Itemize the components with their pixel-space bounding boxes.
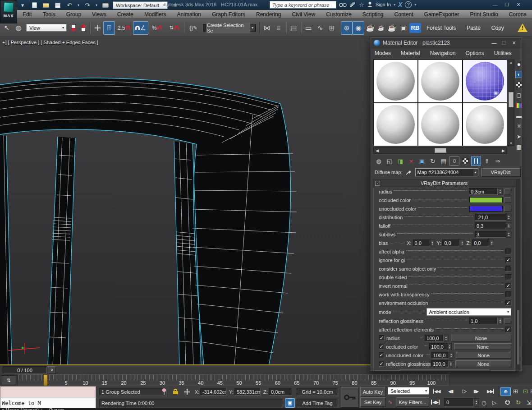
ignore-for-gi-checkbox[interactable] <box>505 257 511 263</box>
consider-same-object-checkbox[interactable] <box>505 266 511 272</box>
bias-x-field[interactable]: 0,0 <box>413 240 430 246</box>
render-setup-icon[interactable]: ⊕ <box>341 21 353 35</box>
spinner-snap-icon[interactable]: ⇅ <box>165 21 183 35</box>
material-id-channel-icon[interactable]: 0 <box>449 157 459 166</box>
menu-item-print-studio[interactable]: Print Studio <box>465 11 504 18</box>
reflection-map-slot-button[interactable]: None <box>455 360 511 367</box>
slots-horizontal-scrollbar[interactable]: ◀ ▶ <box>373 147 507 154</box>
mirror-icon[interactable]: ⋈ <box>261 21 273 35</box>
radius-spinner[interactable]: ▲▼ <box>498 188 503 195</box>
selection-lock-icon[interactable] <box>173 389 179 394</box>
reference-coordinate-combo[interactable]: View▾ <box>26 24 67 32</box>
radius-map-slot-button[interactable]: None <box>451 335 511 341</box>
menu-item-customize[interactable]: Customize <box>321 11 357 18</box>
unoccluded-map-amount[interactable]: 100,0 <box>431 352 449 359</box>
assign-material-to-selection-icon[interactable]: ◨ <box>395 157 405 166</box>
occluded-map-slot-button[interactable]: None <box>454 343 511 350</box>
current-frame-field[interactable]: 0 <box>444 398 474 406</box>
occluded-map-checkbox[interactable] <box>379 344 384 350</box>
menu-item-scripting[interactable]: Scripting <box>357 11 389 18</box>
radius-field[interactable]: 0,3cm <box>469 188 498 195</box>
sample-slot[interactable] <box>463 103 507 146</box>
bias-y-field[interactable]: 0,0 <box>442 240 459 246</box>
go-to-parent-icon[interactable]: ⇑ <box>482 157 492 166</box>
menu-item-group[interactable]: Group <box>61 11 87 18</box>
application-button[interactable]: MAX <box>0 0 17 23</box>
mini-curve-editor-button[interactable]: ⇅ <box>1 375 16 385</box>
z-coordinate-field[interactable]: 0,0cm <box>269 388 292 396</box>
menu-item-graph-editors[interactable]: Graph Editors <box>206 11 251 18</box>
default-in-out-tangents-icon[interactable]: ∿ <box>388 399 393 405</box>
zoom-extents-icon[interactable]: ⊡ <box>523 388 528 395</box>
me-menu-modes[interactable]: Modes <box>375 50 391 56</box>
menu-item-edit[interactable]: Edit <box>17 11 37 18</box>
menu-item-corona[interactable]: Corona <box>504 11 532 18</box>
scrollbar-thumb[interactable] <box>435 148 446 153</box>
close-button[interactable]: ✕ <box>513 1 524 8</box>
affect-alpha-checkbox[interactable] <box>505 249 511 254</box>
scroll-up-icon[interactable]: ▲ <box>509 60 513 65</box>
material-editor-icon[interactable]: ◉ <box>353 21 364 35</box>
make-preview-icon[interactable]: ▬ <box>515 112 522 120</box>
scroll-left-icon[interactable]: ◀ <box>374 148 381 153</box>
show-map-in-viewport-icon[interactable] <box>460 157 470 166</box>
bias-z-field[interactable]: 0,0 <box>472 240 489 246</box>
bias-z-spinner[interactable]: ▲▼ <box>489 240 494 246</box>
exclude-button[interactable]: Exclude <box>400 369 490 372</box>
scrollbar-thumb[interactable] <box>509 92 514 107</box>
sample-slot[interactable] <box>418 60 462 102</box>
percent-snap-icon[interactable]: % <box>148 21 165 35</box>
reflection-glossiness-spinner[interactable]: ▲▼ <box>498 318 503 324</box>
me-menu-material[interactable]: Material <box>401 50 420 56</box>
menu-item-rendering[interactable]: Rendering <box>251 11 286 18</box>
sample-slot[interactable] <box>374 103 417 146</box>
auto-key-button[interactable]: Auto Key <box>360 387 385 396</box>
angle-snap-icon[interactable]: ∠ <box>133 21 148 35</box>
signin-person-icon[interactable] <box>367 1 373 8</box>
named-selection-combo[interactable]: Create Selection Se▾ <box>203 24 256 32</box>
reflection-map-checkbox[interactable] <box>379 361 384 367</box>
render-teapot-icon[interactable]: ☕ <box>364 21 376 35</box>
menu-item-tools[interactable]: Tools <box>37 11 61 18</box>
work-with-transparency-checkbox[interactable] <box>505 291 511 297</box>
help-icon[interactable]: ? <box>405 1 412 8</box>
help-caret[interactable]: ▾ <box>414 3 416 7</box>
background-icon[interactable] <box>515 81 522 88</box>
zoom-all-icon[interactable]: ⊞ <box>513 388 518 395</box>
copy-button[interactable]: Copy <box>486 25 509 31</box>
bias-x-spinner[interactable]: ▲▼ <box>430 240 435 246</box>
set-keys-button[interactable] <box>341 387 359 408</box>
isolate-selection-icon[interactable]: ▣ <box>285 398 295 408</box>
get-material-icon[interactable]: ◍ <box>374 157 384 166</box>
radius-map-checkbox[interactable] <box>379 335 385 341</box>
occluded-color-map-button[interactable] <box>504 197 511 203</box>
rollout-scrollbar[interactable] <box>516 179 520 371</box>
set-key-button[interactable]: Set Key <box>360 397 385 407</box>
slots-vertical-scrollbar[interactable]: ▲ ▼ <box>508 60 514 146</box>
pick-material-eyedropper-icon[interactable] <box>405 169 412 175</box>
pan-hand-icon[interactable] <box>504 399 511 406</box>
render-iterative-teapot-icon[interactable]: ☕ <box>376 21 386 35</box>
reflection-glossiness-map-button[interactable] <box>504 318 511 324</box>
make-unique-icon[interactable]: ↻ <box>428 157 438 166</box>
radius-map-button[interactable] <box>504 189 511 194</box>
selection-set-key-combo[interactable]: Selected▾ <box>388 387 429 395</box>
go-to-end-icon[interactable]: ▶▶ <box>487 389 494 394</box>
occluded-map-amount-spinner[interactable]: ▲▼ <box>447 343 452 350</box>
menu-item-modifiers[interactable]: Modifiers <box>139 11 172 18</box>
sample-slot-active[interactable] <box>463 60 507 102</box>
me-menu-options[interactable]: Options <box>465 50 484 56</box>
unoccluded-color-swatch[interactable] <box>469 206 503 212</box>
x-coordinate-field[interactable]: -314,602cm <box>200 388 226 396</box>
signin-label[interactable]: Sign In <box>376 2 391 7</box>
frame-spinner[interactable]: ▲▼ <box>474 398 479 406</box>
falloff-spinner[interactable]: ▲▼ <box>506 222 511 229</box>
menu-item-content[interactable]: Content <box>389 11 419 18</box>
map-type-button[interactable]: VRayDirt <box>481 168 521 177</box>
rendered-frame-window-icon[interactable]: ▣ <box>398 21 409 35</box>
new-file-icon[interactable] <box>30 2 39 9</box>
go-forward-to-sibling-icon[interactable]: ⇒ <box>493 157 503 166</box>
snaps-toggle-icon[interactable]: 2.5 <box>115 21 133 35</box>
menu-item-animation[interactable]: Animation <box>172 11 206 18</box>
menu-item-create[interactable]: Create <box>112 11 139 18</box>
